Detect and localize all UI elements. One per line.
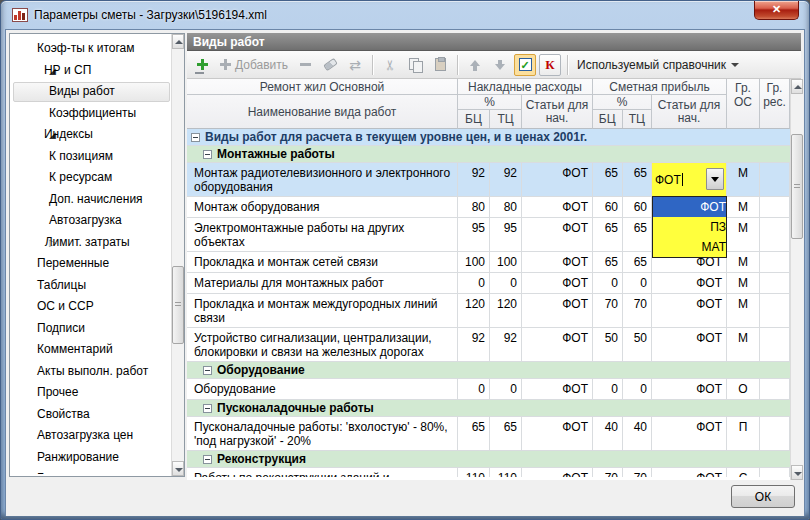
- cell-nr_bc[interactable]: 80: [458, 197, 490, 218]
- cell-nr_tc[interactable]: 120: [490, 294, 522, 328]
- table-row[interactable]: Работы по реконструкции зданий и сооруже…: [187, 468, 790, 477]
- dropdown-option[interactable]: МАТ: [653, 237, 726, 257]
- table-row[interactable]: Монтаж радиотелевизионного и электронног…: [187, 163, 790, 197]
- move-button[interactable]: ⇄: [344, 54, 366, 76]
- grid-scrollbar[interactable]: [790, 79, 803, 480]
- copy-button[interactable]: [404, 54, 426, 76]
- cell-sp_st[interactable]: ФОТ: [652, 379, 727, 400]
- paste-button[interactable]: [429, 54, 451, 76]
- cell-nr_st[interactable]: ФОТ: [522, 417, 593, 451]
- add-button[interactable]: Добавить: [216, 54, 291, 76]
- cell-sp_tc[interactable]: 0: [623, 379, 652, 400]
- cell-nr_st[interactable]: ФОТ: [522, 328, 593, 362]
- cell-nr_bc[interactable]: 0: [458, 379, 490, 400]
- cell-name[interactable]: Монтаж оборудования: [187, 197, 458, 218]
- scroll-up-arrow-icon[interactable]: [791, 79, 803, 94]
- remove-button[interactable]: [294, 54, 316, 76]
- collapse-group-icon[interactable]: [203, 404, 212, 413]
- cell-nr_st[interactable]: ФОТ: [522, 468, 593, 477]
- cell-gr_res[interactable]: [760, 218, 790, 252]
- scroll-up-arrow-icon[interactable]: [172, 34, 184, 49]
- cell-nr_tc[interactable]: 110: [490, 468, 522, 477]
- cell-nr_st[interactable]: ФОТ: [522, 252, 593, 273]
- sidebar-item[interactable]: Коэффициенты: [11, 103, 171, 125]
- cell-nr_tc[interactable]: 92: [490, 328, 522, 362]
- sidebar-item[interactable]: ◢Индексы: [11, 124, 171, 146]
- scroll-down-arrow-icon[interactable]: [791, 465, 803, 480]
- coefficient-button[interactable]: К: [539, 54, 561, 76]
- cell-gr_res[interactable]: [760, 379, 790, 400]
- combo-dropdown-button[interactable]: [706, 168, 724, 190]
- cell-name[interactable]: Прокладка и монтаж междугородных линий с…: [187, 294, 458, 328]
- cell-gr_os[interactable]: П: [727, 417, 760, 451]
- cell-sp_bc[interactable]: 65: [593, 252, 623, 273]
- cell-sp_bc[interactable]: 65: [593, 163, 623, 197]
- cell-name[interactable]: Материалы для монтажных работ: [187, 273, 458, 294]
- cell-sp_tc[interactable]: 50: [623, 328, 652, 362]
- collapse-group-icon[interactable]: [191, 133, 200, 142]
- move-down-button[interactable]: [489, 54, 511, 76]
- sidebar-item[interactable]: Ранжирование: [11, 447, 171, 469]
- cell-gr_res[interactable]: [760, 468, 790, 477]
- cell-sp_bc[interactable]: 0: [593, 273, 623, 294]
- cell-gr_res[interactable]: [760, 252, 790, 273]
- group-row[interactable]: Пусконаладочные работы: [187, 400, 790, 417]
- cell-sp_st[interactable]: ФОТ: [652, 294, 727, 328]
- cell-sp_bc[interactable]: 65: [593, 218, 623, 252]
- sidebar-item[interactable]: ◢НР и СП: [11, 60, 171, 82]
- sidebar-item[interactable]: ▷Лимит. затраты: [11, 232, 171, 254]
- sidebar-item[interactable]: Переменные: [11, 253, 171, 275]
- cell-sp_st[interactable]: ФОТ: [652, 328, 727, 362]
- cell-nr_st[interactable]: ФОТ: [522, 273, 593, 294]
- sidebar-item[interactable]: Свойства: [11, 404, 171, 426]
- titlebar[interactable]: Параметры сметы - Загрузки\5196194.xml ✕: [5, 1, 805, 29]
- group-row[interactable]: Оборудование: [187, 362, 790, 379]
- dropdown-option[interactable]: ФОТ: [653, 197, 726, 217]
- cell-gr_os[interactable]: М: [727, 163, 760, 197]
- table-row[interactable]: Пусконаладочные работы: 'вхолостую' - 80…: [187, 417, 790, 451]
- combo-editor[interactable]: ФОТ: [652, 163, 726, 196]
- sidebar-item[interactable]: Подписи: [11, 318, 171, 340]
- cell-gr_res[interactable]: [760, 197, 790, 218]
- move-up-button[interactable]: [464, 54, 486, 76]
- cell-nr_bc[interactable]: 110: [458, 468, 490, 477]
- cell-sp_tc[interactable]: 60: [623, 197, 652, 218]
- cell-nr_bc[interactable]: 92: [458, 163, 490, 197]
- collapse-group-icon[interactable]: [203, 150, 212, 159]
- cell-nr_st[interactable]: ФОТ: [522, 218, 593, 252]
- cell-nr_bc[interactable]: 0: [458, 273, 490, 294]
- scroll-down-arrow-icon[interactable]: [172, 461, 184, 476]
- cell-gr_res[interactable]: [760, 417, 790, 451]
- cell-sp_bc[interactable]: 70: [593, 468, 623, 477]
- cell-nr_bc[interactable]: 92: [458, 328, 490, 362]
- cell-gr_res[interactable]: [760, 328, 790, 362]
- cell-nr_bc[interactable]: 100: [458, 252, 490, 273]
- sidebar-item[interactable]: Таблицы: [11, 275, 171, 297]
- cell-sp_tc[interactable]: 70: [623, 294, 652, 328]
- collapse-group-icon[interactable]: [203, 366, 212, 375]
- cell-gr_os[interactable]: М: [727, 252, 760, 273]
- sidebar-item[interactable]: К позициям: [11, 146, 171, 168]
- sidebar-item[interactable]: Акты выполн. работ: [11, 361, 171, 383]
- cell-nr_tc[interactable]: 80: [490, 197, 522, 218]
- dictionary-dropdown-button[interactable]: Используемый справочник: [574, 54, 742, 76]
- cell-sp_bc[interactable]: 60: [593, 197, 623, 218]
- cell-nr_st[interactable]: ФОТ: [522, 197, 593, 218]
- cell-gr_os[interactable]: О: [727, 379, 760, 400]
- cell-sp_tc[interactable]: 65: [623, 252, 652, 273]
- cell-sp_bc[interactable]: 40: [593, 417, 623, 451]
- cell-sp_tc[interactable]: 0: [623, 273, 652, 294]
- cell-gr_os[interactable]: М: [727, 273, 760, 294]
- cell-nr_tc[interactable]: 95: [490, 218, 522, 252]
- cell-nr_tc[interactable]: 92: [490, 163, 522, 197]
- cell-name[interactable]: Монтаж радиотелевизионного и электронног…: [187, 163, 458, 197]
- cell-sp_st[interactable]: ФОТ: [652, 468, 727, 477]
- cell-name[interactable]: Работы по реконструкции зданий и сооруже…: [187, 468, 458, 477]
- cell-name[interactable]: Электромонтажные работы на других объект…: [187, 218, 458, 252]
- sidebar-item[interactable]: Комментарий: [11, 339, 171, 361]
- cell-gr_os[interactable]: М: [727, 294, 760, 328]
- cell-sp_bc[interactable]: 50: [593, 328, 623, 362]
- cell-sp_bc[interactable]: 70: [593, 294, 623, 328]
- sidebar-item[interactable]: ОС и ССР: [11, 296, 171, 318]
- cell-nr_st[interactable]: ФОТ: [522, 294, 593, 328]
